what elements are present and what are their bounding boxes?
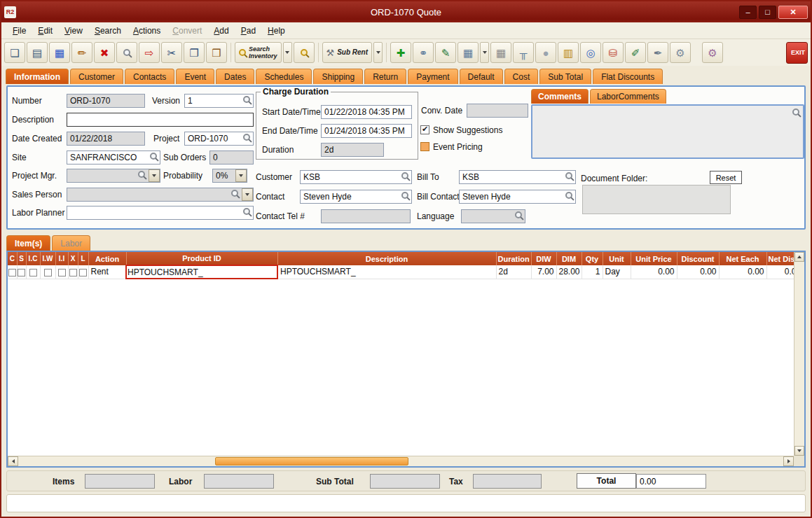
labor-planner-search-icon[interactable] [243, 208, 250, 215]
menu-file[interactable]: File [7, 24, 32, 38]
sub-rent-dropdown[interactable] [373, 42, 383, 63]
menu-add[interactable]: Add [208, 24, 234, 38]
comments-search-icon[interactable] [792, 108, 799, 115]
cubes-icon[interactable]: ⛁ [603, 42, 624, 63]
version-search-icon[interactable] [243, 96, 250, 103]
item-row[interactable]: Rent HPTOUCHSMART_ HPTOUCHSMART_ 2d 7.00… [8, 265, 794, 279]
paste-icon[interactable]: ❒ [206, 42, 227, 63]
sub-orders-field[interactable] [209, 150, 254, 164]
row-flag-c[interactable] [8, 265, 17, 279]
cell-net-each[interactable]: 0.00 [719, 265, 766, 279]
menu-search[interactable]: Search [89, 24, 127, 38]
row-flag-ic[interactable] [26, 265, 40, 279]
cd-icon[interactable]: ◎ [580, 42, 601, 63]
project-mgr-search-icon[interactable] [138, 171, 145, 178]
row-flag-x[interactable] [68, 265, 78, 279]
project-mgr-field[interactable] [67, 169, 160, 183]
col-description[interactable]: Description [277, 252, 496, 265]
cell-net-disc[interactable]: 0.0 [766, 265, 794, 279]
save-icon[interactable]: ▦ [49, 42, 70, 63]
cell-qty[interactable]: 1 [582, 265, 603, 279]
bill-contact-search-icon[interactable] [565, 192, 572, 199]
add-item-icon[interactable]: ✚ [390, 42, 411, 63]
tab-default[interactable]: Default [460, 69, 503, 84]
tab-items[interactable]: Item(s) [6, 235, 50, 251]
col-dim[interactable]: DIM [556, 252, 582, 265]
sales-person-field[interactable] [67, 188, 254, 202]
row-checkbox[interactable] [18, 269, 25, 276]
tab-sub-total[interactable]: Sub Total [539, 69, 591, 84]
sub-total-field[interactable] [370, 474, 440, 489]
horizontal-scroll-thumb[interactable] [215, 457, 408, 465]
row-flag-s[interactable] [17, 265, 26, 279]
cell-description[interactable]: HPTOUCHSMART_ [277, 265, 496, 279]
export-icon[interactable]: ⇨ [139, 42, 160, 63]
start-datetime-field[interactable] [321, 105, 412, 119]
labor-total-field[interactable] [204, 474, 274, 489]
date-created-field[interactable] [67, 132, 145, 146]
rate-grid-icon-dropdown[interactable] [480, 42, 489, 63]
row-flag-iw[interactable] [40, 265, 55, 279]
delete-icon[interactable]: ✖ [94, 42, 115, 63]
tab-labor[interactable]: Labor [52, 235, 90, 251]
col-discount[interactable]: Discount [677, 252, 719, 265]
package-icon[interactable]: ▥ [558, 42, 579, 63]
menu-edit[interactable]: Edit [32, 24, 58, 38]
cell-unit-price[interactable]: 0.00 [631, 265, 677, 279]
sales-person-dropdown[interactable] [242, 188, 253, 201]
tab-contacts[interactable]: Contacts [125, 69, 174, 84]
conv-date-field[interactable] [467, 104, 528, 118]
show-suggestions-checkbox[interactable] [420, 125, 429, 134]
col-qty[interactable]: Qty [582, 252, 603, 265]
col-l[interactable]: L [78, 252, 88, 265]
col-duration[interactable]: Duration [496, 252, 531, 265]
tab-labor-comments[interactable]: LaborComments [590, 89, 666, 104]
clamp-icon[interactable]: ⚙ [702, 42, 723, 63]
tab-flat-discounts[interactable]: Flat Discounts [593, 69, 663, 84]
cell-diw[interactable]: 7.00 [531, 265, 556, 279]
project-mgr-dropdown[interactable] [149, 169, 160, 182]
tab-return[interactable]: Return [364, 69, 406, 84]
description-field[interactable] [67, 113, 254, 127]
search-inventory-button[interactable]: Search Inventory [235, 42, 282, 63]
total-field[interactable] [636, 474, 706, 489]
print-icon[interactable]: ▤ [27, 42, 48, 63]
sub-rent-button[interactable]: ⚒ Sub Rent [322, 42, 373, 63]
tab-cost[interactable]: Cost [504, 69, 539, 84]
bill-contact-field[interactable] [459, 190, 576, 204]
binoculars-icon[interactable] [116, 42, 137, 63]
edit-pencil-icon[interactable]: ✏ [71, 42, 92, 63]
gear-icon[interactable]: ⚙ [670, 42, 691, 63]
menu-actions[interactable]: Actions [128, 24, 166, 38]
cell-action[interactable]: Rent [88, 265, 126, 279]
pen-icon[interactable]: ✒ [647, 42, 668, 63]
scroll-left-arrow[interactable] [8, 456, 18, 466]
col-action[interactable]: Action [88, 252, 126, 265]
col-product-id[interactable]: Product ID [126, 252, 277, 265]
col-net-each[interactable]: Net Each [719, 252, 766, 265]
cell-product-id[interactable]: HPTOUCHSMART_ [126, 265, 277, 279]
cell-discount[interactable]: 0.00 [677, 265, 719, 279]
tab-event[interactable]: Event [176, 69, 214, 84]
tab-payment[interactable]: Payment [408, 69, 457, 84]
col-s[interactable]: S [17, 252, 26, 265]
new-document-icon[interactable]: ❏ [4, 42, 25, 63]
col-diw[interactable]: DIW [531, 252, 556, 265]
project-search-icon[interactable] [243, 134, 250, 141]
contact-tel-field[interactable] [321, 209, 411, 223]
event-pricing-checkbox[interactable] [420, 142, 429, 151]
tab-shipping[interactable]: Shipping [313, 69, 363, 84]
site-search-icon[interactable] [150, 153, 157, 160]
col-c[interactable]: C [8, 252, 17, 265]
tab-schedules[interactable]: Schedules [256, 69, 312, 84]
duration-field[interactable] [321, 143, 384, 157]
scroll-right-arrow[interactable] [783, 456, 794, 466]
reset-button[interactable]: Reset [710, 171, 742, 184]
site-field[interactable] [67, 150, 160, 164]
col-iw[interactable]: I.W [40, 252, 55, 265]
row-checkbox[interactable] [44, 269, 52, 276]
customer-field[interactable] [300, 170, 412, 184]
menu-view[interactable]: View [59, 24, 88, 38]
requisition-icon[interactable]: ✐ [625, 42, 646, 63]
row-flag-l[interactable] [78, 265, 88, 279]
